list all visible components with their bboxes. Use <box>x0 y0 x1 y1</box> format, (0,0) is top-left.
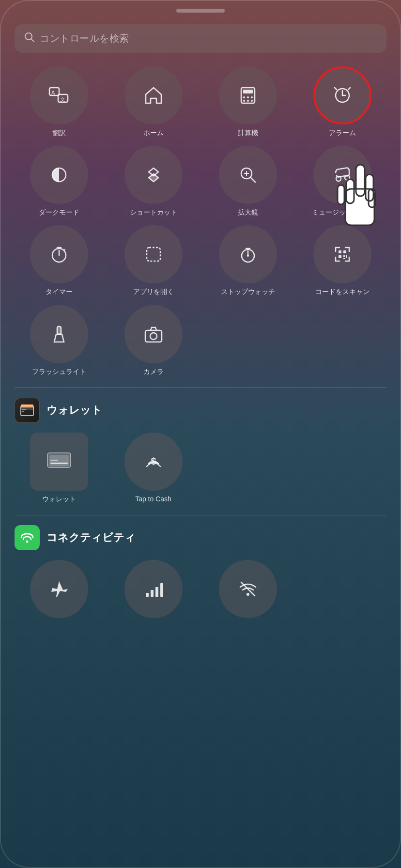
svg-point-31 <box>247 255 249 257</box>
calculator-circle[interactable] <box>219 66 277 124</box>
search-placeholder: コントロールを検索 <box>40 32 129 45</box>
svg-rect-7 <box>243 90 253 93</box>
connectivity-section-icon <box>15 525 40 550</box>
shortcuts-circle[interactable] <box>124 146 183 204</box>
svg-point-8 <box>243 96 245 98</box>
wifi-off-circle[interactable] <box>219 560 277 618</box>
svg-rect-38 <box>57 326 61 334</box>
stopwatch-circle[interactable] <box>219 225 277 283</box>
darkmode-label: ダークモード <box>39 208 79 217</box>
translate-circle[interactable]: A 文 <box>30 66 88 124</box>
control-home[interactable]: ホーム <box>109 66 198 137</box>
magnifier-circle[interactable] <box>219 146 277 204</box>
shortcuts-label: ショートカット <box>130 208 177 217</box>
svg-rect-39 <box>145 330 162 342</box>
svg-line-1 <box>31 39 34 42</box>
tap-to-cash-item[interactable]: $ Tap to Cash <box>109 433 198 503</box>
wallet-grid: ウォレット $ Tap to Cash <box>15 433 386 503</box>
svg-rect-36 <box>346 255 347 258</box>
svg-rect-32 <box>339 250 341 253</box>
magnifier-label: 拡大鏡 <box>238 208 258 217</box>
control-magnifier[interactable]: 拡大鏡 <box>203 146 292 217</box>
control-camera[interactable]: カメラ <box>109 305 198 376</box>
connectivity-section-header: コネクティビティ <box>15 525 386 550</box>
connectivity-section-title: コネクティビティ <box>46 530 136 545</box>
divider-2 <box>15 515 386 515</box>
control-alarm[interactable]: アラーム <box>298 66 386 137</box>
control-openapp[interactable]: アプリを開く <box>109 225 198 296</box>
wallet-label: ウォレット <box>42 495 76 503</box>
svg-text:A: A <box>51 90 55 95</box>
svg-point-9 <box>247 96 249 98</box>
svg-point-10 <box>251 96 253 98</box>
airplane-item[interactable] <box>15 560 103 618</box>
control-scancode[interactable]: コードをスキャン <box>298 225 386 296</box>
divider-1 <box>15 388 386 388</box>
search-bar[interactable]: コントロールを検索 <box>15 24 386 53</box>
svg-rect-56 <box>155 587 158 597</box>
svg-rect-51 <box>50 460 58 461</box>
timer-label: タイマー <box>46 287 73 296</box>
svg-rect-55 <box>151 590 154 597</box>
svg-text:文: 文 <box>60 96 65 102</box>
camera-label: カメラ <box>143 367 164 376</box>
svg-rect-47 <box>22 411 24 412</box>
timer-circle[interactable] <box>30 225 88 283</box>
airplane-circle[interactable] <box>30 560 88 618</box>
svg-point-40 <box>150 333 157 340</box>
svg-point-13 <box>251 100 253 102</box>
camera-circle[interactable] <box>124 305 183 363</box>
scancode-circle[interactable] <box>313 225 371 283</box>
search-icon <box>24 32 35 45</box>
control-shortcuts[interactable]: ショートカット <box>109 146 198 217</box>
svg-point-58 <box>247 593 249 596</box>
wallet-section-header: ウォレット <box>15 398 386 423</box>
darkmode-circle[interactable] <box>30 146 88 204</box>
wallet-section-title: ウォレット <box>46 403 102 418</box>
wifi-off-item[interactable] <box>203 560 292 618</box>
openapp-label: アプリを開く <box>133 287 174 296</box>
stopwatch-label: ストップウォッチ <box>221 287 275 296</box>
controls-grid: A 文 翻訳 ホーム <box>15 66 386 376</box>
control-calculator[interactable]: 計算機 <box>203 66 292 137</box>
svg-rect-35 <box>343 255 345 257</box>
flashlight-label: フラッシュライト <box>32 367 86 376</box>
musicid-label: ミュージックを識別 <box>312 208 373 217</box>
wallet-item[interactable]: ウォレット <box>15 433 103 503</box>
svg-rect-50 <box>50 463 68 464</box>
main-content: コントロールを検索 A 文 翻訳 ホーム <box>0 24 401 868</box>
svg-rect-34 <box>339 255 341 258</box>
svg-rect-54 <box>146 593 149 597</box>
svg-rect-46 <box>22 409 26 410</box>
control-flashlight[interactable]: フラッシュライト <box>15 305 103 376</box>
control-darkmode[interactable]: ダークモード <box>15 146 103 217</box>
signal-circle[interactable] <box>124 560 183 618</box>
svg-rect-37 <box>343 258 345 259</box>
svg-rect-27 <box>147 248 160 261</box>
tap-to-cash-circle[interactable]: $ <box>124 433 183 491</box>
tap-to-cash-label: Tap to Cash <box>135 495 171 503</box>
alarm-label: アラーム <box>329 128 356 137</box>
control-stopwatch[interactable]: ストップウォッチ <box>203 225 292 296</box>
control-translate[interactable]: A 文 翻訳 <box>15 66 103 137</box>
openapp-circle[interactable] <box>124 225 183 283</box>
wallet-card-icon[interactable] <box>30 433 88 491</box>
calculator-label: 計算機 <box>238 128 258 137</box>
control-musicid[interactable]: ミュージックを識別 <box>298 146 386 217</box>
control-timer[interactable]: タイマー <box>15 225 103 296</box>
svg-rect-57 <box>160 583 163 597</box>
musicid-circle[interactable] <box>313 146 371 204</box>
alarm-circle[interactable] <box>313 66 371 124</box>
wallet-section-icon <box>15 398 40 423</box>
flashlight-circle[interactable] <box>30 305 88 363</box>
home-label: ホーム <box>143 128 164 137</box>
signal-item[interactable] <box>109 560 198 618</box>
svg-point-12 <box>247 100 249 102</box>
scancode-label: コードをスキャン <box>315 287 370 296</box>
translate-label: 翻訳 <box>52 128 66 137</box>
svg-point-53 <box>26 540 29 542</box>
svg-rect-33 <box>343 250 346 253</box>
connectivity-grid <box>15 560 386 618</box>
svg-line-19 <box>250 177 255 182</box>
home-circle[interactable] <box>124 66 183 124</box>
